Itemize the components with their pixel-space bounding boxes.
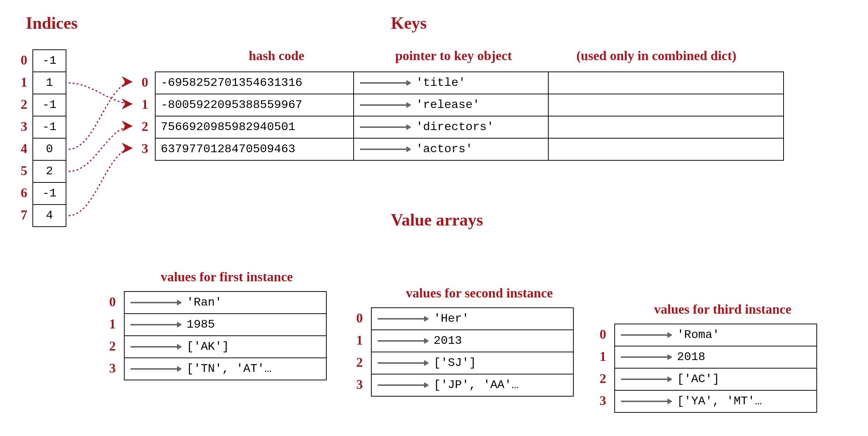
value-text: 'Ran': [187, 297, 222, 308]
arrow-icon: [359, 145, 411, 153]
values-rownum: 1: [103, 316, 116, 332]
values-third-label: values for third instance: [619, 301, 826, 317]
arrow-icon: [377, 337, 428, 345]
indices-cell: 4: [32, 204, 66, 227]
keys-title: Keys: [391, 13, 427, 33]
hashcode-label: hash code: [199, 48, 354, 63]
values-rownum: 2: [350, 355, 363, 370]
svg-marker-23: [424, 382, 428, 388]
indices-rownum: 2: [15, 97, 27, 112]
pointerkey-label: pointer to key object: [369, 48, 538, 63]
indices-cell: 1: [32, 71, 66, 94]
mapping-arrows-icon: [66, 48, 140, 232]
indices-rownum: 5: [15, 163, 27, 178]
values-rownum: 1: [594, 349, 606, 364]
keypointer-cell: 'release': [353, 94, 549, 116]
key-text: 'release': [416, 99, 480, 111]
values-first-label: values for first instance: [129, 269, 324, 285]
keypointer-cell: 'title': [353, 71, 549, 94]
values-second-label: values for second instance: [376, 285, 583, 301]
value-cell: ['AK']: [124, 335, 327, 358]
indices-rownum: 4: [15, 141, 27, 156]
arrow-icon: [377, 381, 428, 389]
value-cell: 'Her': [371, 307, 574, 330]
arrow-icon: [130, 365, 181, 373]
svg-marker-15: [177, 366, 181, 372]
keys-rownum: 1: [136, 97, 148, 112]
arrow-icon: [620, 353, 672, 361]
arrow-icon: [377, 359, 428, 367]
value-text: ['AC']: [677, 373, 719, 385]
combined-cell: [548, 71, 784, 94]
combined-label: (used only in combined dict): [553, 48, 760, 63]
hash-cell: 7566920985982940501: [155, 116, 354, 139]
keypointer-cell: 'actors': [353, 138, 549, 161]
indices-cell: -1: [32, 94, 66, 116]
indices-rownum: 1: [15, 74, 27, 90]
keys-rownum: 0: [136, 74, 148, 90]
arrow-icon: [130, 299, 181, 307]
arrow-icon: [620, 331, 672, 339]
value-text: ['AK']: [187, 341, 229, 353]
svg-marker-27: [667, 354, 672, 360]
indices-rownum: 0: [15, 52, 27, 68]
keys-rownum: 3: [136, 141, 148, 156]
indices-rownum: 3: [15, 119, 27, 134]
indices-cell: -1: [32, 49, 66, 72]
combined-cell: [548, 138, 784, 161]
value-cell: 2013: [371, 329, 574, 352]
svg-marker-3: [406, 102, 411, 108]
value-text: 2018: [677, 351, 705, 363]
value-text: ['TN', 'AT'…: [187, 363, 271, 375]
value-cell: 2018: [614, 346, 817, 369]
arrow-icon: [359, 101, 411, 109]
svg-marker-7: [406, 146, 411, 152]
valuearrays-title: Value arrays: [391, 210, 483, 230]
values-rownum: 3: [103, 360, 116, 376]
values-rownum: 3: [350, 377, 363, 392]
indices-cell: 0: [32, 138, 66, 161]
arrow-icon: [377, 315, 428, 323]
key-text: 'directors': [416, 121, 494, 133]
value-cell: ['YA', 'MT'…: [614, 390, 817, 413]
value-text: 'Her': [434, 313, 469, 325]
value-text: 'Roma': [677, 329, 719, 341]
value-cell: 1985: [124, 313, 327, 336]
value-text: 1985: [187, 319, 215, 331]
keys-rownum: 2: [136, 119, 148, 134]
svg-marker-1: [406, 80, 411, 86]
value-cell: ['JP', 'AA'…: [371, 374, 574, 397]
key-text: 'actors': [416, 143, 473, 155]
values-rownum: 0: [350, 310, 363, 326]
values-rownum: 3: [594, 393, 606, 408]
svg-marker-21: [424, 360, 428, 366]
values-rownum: 0: [594, 327, 606, 342]
diagram-canvas: Indices Keys Value arrays hash code poin…: [15, 11, 868, 436]
hash-cell: -6958252701354631316: [155, 71, 354, 94]
svg-marker-11: [177, 322, 181, 328]
arrow-icon: [359, 123, 411, 131]
svg-marker-17: [424, 316, 428, 322]
indices-rownum: 6: [15, 185, 27, 200]
svg-marker-5: [406, 124, 411, 130]
indices-cell: -1: [32, 182, 66, 205]
value-cell: 'Ran': [124, 291, 327, 314]
value-cell: ['SJ']: [371, 352, 574, 374]
svg-marker-31: [667, 398, 672, 404]
value-text: 2013: [434, 335, 462, 347]
arrow-icon: [620, 375, 672, 383]
value-text: ['SJ']: [434, 357, 476, 369]
value-text: ['JP', 'AA'…: [434, 379, 518, 391]
svg-marker-19: [424, 338, 428, 344]
svg-marker-29: [667, 376, 672, 382]
combined-cell: [548, 116, 784, 139]
key-text: 'title': [416, 77, 465, 89]
indices-title: Indices: [26, 13, 78, 33]
hash-cell: 6379770128470509463: [155, 138, 354, 161]
values-rownum: 0: [103, 294, 116, 310]
combined-cell: [548, 94, 784, 116]
indices-cell: 2: [32, 160, 66, 183]
values-rownum: 1: [350, 332, 363, 348]
hash-cell: -8005922095388559967: [155, 94, 354, 116]
values-rownum: 2: [103, 338, 116, 354]
